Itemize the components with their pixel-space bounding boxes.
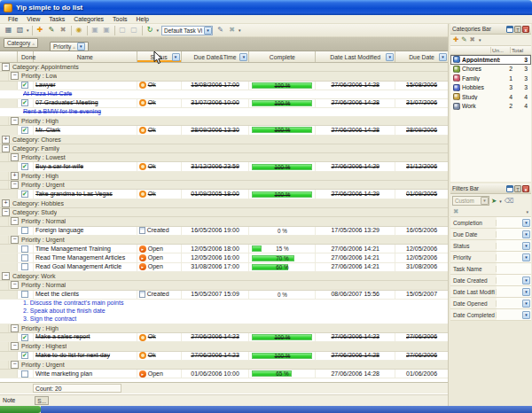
expand-collapse-box[interactable]: − — [2, 63, 10, 71]
filter-dropdown-icon[interactable]: ▼ — [77, 43, 85, 51]
delete-category-icon[interactable]: ✖ — [470, 35, 475, 44]
task-row[interactable]: ✔Make a sales reportOk27/06/2006 14:2310… — [0, 333, 448, 342]
filter-field-value[interactable]: ▼ — [497, 229, 531, 239]
group-row[interactable]: −Category: Work — [0, 272, 448, 281]
pin-icon[interactable]: T — [514, 185, 521, 192]
task-row[interactable]: Read Time Management Articles▸Open12/05/… — [0, 253, 448, 262]
task-row[interactable]: Meet the clientsCreated15/05/2007 15:090… — [0, 291, 448, 300]
task-row[interactable]: Time Management Training▸Open12/05/2006 … — [0, 245, 448, 253]
group-row[interactable]: −Priority : High — [0, 117, 448, 126]
task-row[interactable]: ✔LawyerOk15/08/2006 17:00100 %27/06/2006… — [0, 82, 448, 90]
expand-collapse-box[interactable]: − — [11, 281, 19, 289]
note-panel-grip[interactable]: S... — [35, 396, 49, 405]
filter-field-value[interactable]: ▼ — [497, 240, 531, 251]
expand-collapse-box[interactable]: − — [11, 217, 19, 225]
note-preview-icon[interactable]: ◉ — [74, 25, 85, 35]
new-category-icon[interactable]: ✚ — [453, 35, 458, 44]
filter-dropdown-icon[interactable]: ▼ — [522, 311, 530, 319]
expand-collapse-box[interactable]: − — [11, 72, 19, 80]
edit-task-icon[interactable]: ✎ — [46, 25, 58, 35]
group-by-panel[interactable]: Category▵Priority▵▼ — [0, 37, 448, 51]
category-row-work[interactable]: Work24 — [450, 102, 531, 112]
float-window-icon[interactable] — [506, 26, 513, 33]
group-by-category[interactable]: Category▵ — [4, 38, 38, 48]
pin-icon[interactable]: T — [514, 26, 521, 33]
task-note-row[interactable]: 1. Discuss the contract's main points2. … — [0, 300, 448, 324]
done-checkbox[interactable] — [21, 254, 28, 261]
delete-task-icon[interactable]: ✖ — [58, 25, 69, 35]
print-icon[interactable]: ▦ — [3, 25, 14, 35]
done-checkbox[interactable] — [21, 227, 28, 234]
caret-down-icon[interactable]: ▾ — [239, 27, 241, 33]
done-checkbox[interactable] — [21, 245, 28, 253]
combo-dropdown-icon[interactable]: ▼ — [481, 197, 489, 205]
column-header-due-date[interactable]: Due Date▼ — [395, 51, 448, 62]
filter-dropdown-icon[interactable]: ▼ — [522, 288, 530, 296]
filter-field-value[interactable]: ▼ — [497, 309, 531, 320]
column-header-due-date-time[interactable]: Due Date&Time▼ — [182, 51, 250, 62]
edit-view-icon[interactable]: ✎ — [215, 25, 226, 35]
filter-field-value[interactable]: ▼ — [497, 298, 531, 308]
expand-collapse-box[interactable]: − — [2, 208, 10, 216]
group-row[interactable]: −Priority : Urgent — [0, 361, 448, 370]
column-header-complete[interactable]: Complete — [249, 51, 316, 62]
filter-dropdown-icon[interactable]: ▼ — [522, 300, 530, 308]
menu-view[interactable]: View — [22, 16, 44, 22]
col-total[interactable]: Total — [510, 47, 531, 53]
task-row[interactable]: ✔07 Graduates' MeetingOk31/07/2006 10:00… — [0, 99, 448, 108]
category-row-family[interactable]: Family13 — [450, 74, 531, 83]
uncomplete-task-icon[interactable]: ▣ — [101, 25, 113, 35]
filter-field-value[interactable] — [497, 263, 531, 274]
apply-filter-icon[interactable]: ➤ — [491, 197, 497, 206]
group-row[interactable]: −Priority : Lowest — [0, 153, 448, 162]
expand-collapse-box[interactable]: − — [2, 144, 10, 152]
new-task-icon[interactable]: ✚ — [35, 25, 46, 35]
group-row[interactable]: −Category: Family — [0, 144, 448, 153]
group-row[interactable]: −Priority : Urgent — [0, 236, 448, 245]
expand-collapse-box[interactable]: − — [11, 361, 19, 369]
filter-dropdown-icon[interactable]: ▼ — [522, 219, 530, 227]
filter-field-value[interactable]: ▼ — [497, 286, 531, 297]
expand-collapse-box[interactable]: − — [11, 181, 19, 189]
filter-dropdown-icon[interactable]: ▼ — [439, 53, 447, 61]
caret-down-icon[interactable]: ▾ — [27, 27, 29, 33]
task-row[interactable]: Foreign languageCreated16/05/2006 19:000… — [0, 227, 448, 236]
col-unfinished[interactable]: Un... — [490, 47, 510, 53]
task-view-combo[interactable]: Default Task Vi▼ — [161, 26, 213, 35]
group-row[interactable]: +Category: Chores — [0, 136, 448, 144]
menu-file[interactable]: File — [4, 16, 22, 22]
category-row-chores[interactable]: Chores23 — [450, 65, 531, 74]
column-header-name[interactable]: Name — [34, 51, 137, 62]
filter-dropdown-icon[interactable]: ▼ — [386, 53, 394, 61]
done-checkbox[interactable] — [21, 291, 28, 298]
column-header-date-last-modified[interactable]: Date Last Modified▼ — [316, 51, 395, 62]
overflow-caret-icon[interactable]: ▾ — [526, 209, 528, 214]
expand-collapse-box[interactable]: + — [2, 136, 10, 144]
menu-help[interactable]: Help — [131, 16, 153, 22]
task-row[interactable]: Read Goal Management Article▸Open31/08/2… — [0, 263, 448, 272]
group-row[interactable]: −Category: Study — [0, 208, 448, 217]
menu-tools[interactable]: Tools — [108, 16, 131, 22]
group-row[interactable]: −Priority : Normal — [0, 217, 448, 226]
filter-dropdown-icon[interactable]: ▼ — [522, 242, 530, 250]
task-row[interactable]: ✔Buy a car for wifeOk31/12/2006 23:59100… — [0, 162, 448, 171]
task-row[interactable]: ✔Mr. ClarkOk28/09/2006 13:30100 %27/06/2… — [0, 126, 448, 135]
done-checkbox[interactable]: ✔ — [21, 127, 28, 134]
done-checkbox[interactable]: ✔ — [21, 99, 28, 106]
filter-dropdown-icon[interactable]: ▼ — [239, 53, 247, 61]
task-row[interactable]: Write marketing plan▸Open01/06/2006 10:0… — [0, 370, 448, 378]
group-row[interactable]: −Priority : High — [0, 324, 448, 333]
menu-categories[interactable]: Categories — [69, 16, 108, 22]
filter-field-value[interactable]: ▼ — [497, 217, 531, 228]
column-header-done[interactable]: Done — [18, 51, 34, 62]
group-row[interactable]: −Priority : Highest — [0, 342, 448, 351]
category-row-hobbies[interactable]: Hobbies33 — [450, 83, 531, 93]
menu-tasks[interactable]: Tasks — [44, 16, 69, 22]
group-row[interactable]: −Priority : Low — [0, 72, 448, 81]
done-checkbox[interactable]: ✔ — [21, 352, 28, 359]
filter-field-value[interactable]: ▼ — [497, 275, 531, 285]
done-checkbox[interactable] — [21, 370, 28, 378]
expand-collapse-box[interactable]: − — [11, 117, 19, 125]
expand-collapse-box[interactable]: − — [2, 272, 10, 280]
filter-dropdown-icon[interactable]: ▼ — [172, 53, 180, 61]
